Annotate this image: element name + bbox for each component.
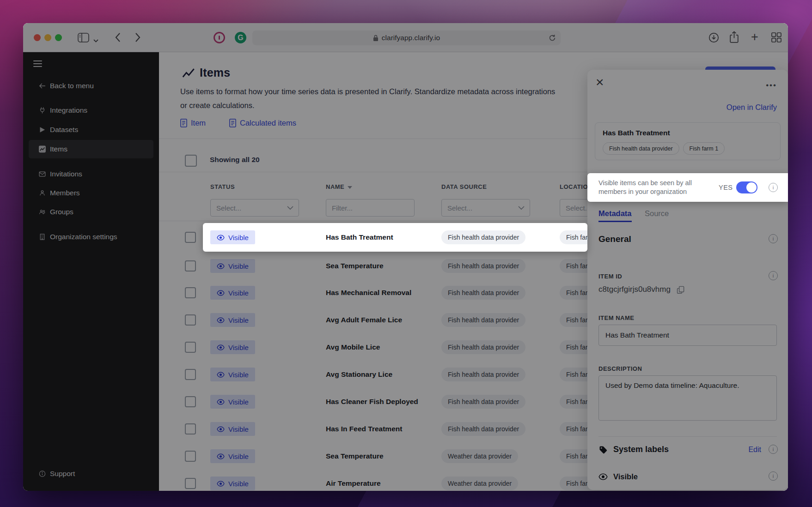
sidebar-item-members[interactable]: Members — [23, 184, 159, 202]
sidebar-item-invitations[interactable]: Invitations — [23, 165, 159, 183]
arrow-left-icon — [38, 82, 46, 90]
select-all-checkbox[interactable] — [185, 155, 197, 167]
address-bar[interactable]: clarifyapp.clarify.io — [252, 30, 561, 45]
row-checkbox[interactable] — [185, 287, 196, 298]
more-options-icon[interactable]: ••• — [766, 81, 777, 90]
info-icon[interactable]: i — [769, 271, 778, 280]
sidebar-item-support[interactable]: Support — [23, 465, 159, 483]
items-chart-header-icon — [182, 67, 195, 80]
info-icon[interactable]: i — [769, 183, 778, 192]
label-pill: Fish farm 1 — [683, 142, 725, 155]
back-icon[interactable] — [115, 32, 121, 44]
sidebar-item-datasets[interactable]: Datasets — [23, 121, 159, 139]
row-checkbox[interactable] — [185, 478, 196, 489]
row-checkbox[interactable] — [185, 369, 196, 380]
status-badge: Visible — [210, 230, 255, 244]
data-source-chip: Fish health data provider — [441, 230, 525, 244]
page-description-line1: Use items to format how your time series… — [180, 87, 555, 96]
item-title: Has Bath Treatment — [603, 129, 670, 137]
name-filter-input[interactable] — [326, 199, 415, 217]
row-checkbox[interactable] — [185, 314, 196, 326]
row-checkbox[interactable] — [185, 342, 196, 353]
item-id-value: c8tgcjrfgirjs0u8vhmg — [598, 285, 685, 294]
close-window-button[interactable] — [34, 34, 41, 41]
grammarly-extension-icon[interactable]: G — [235, 32, 246, 43]
sidebar-item-groups[interactable]: Groups — [23, 203, 159, 221]
data-source-chip: Fish health data provider — [441, 286, 525, 300]
invitations-icon — [38, 170, 46, 178]
browser-window: G clarifyapp.clarify.io + — [23, 23, 788, 491]
hamburger-menu-icon[interactable] — [33, 60, 42, 67]
row-checkbox[interactable] — [185, 396, 196, 407]
status-badge: Visible — [210, 395, 255, 409]
close-icon[interactable]: × — [596, 75, 604, 89]
table-row-highlighted[interactable]: Visible Has Bath Treatment Fish health d… — [203, 223, 587, 252]
item-name-label: ITEM NAME — [598, 314, 634, 321]
item-name: Has Mechanical Removal — [326, 289, 411, 297]
item-name: Sea Temperature — [326, 262, 384, 270]
sidebar-toggle-icon[interactable] — [78, 33, 89, 44]
sidebar: Back to menu Integrations Datasets — [23, 52, 159, 491]
row-checkbox[interactable] — [185, 260, 196, 272]
share-icon[interactable] — [729, 31, 739, 45]
open-in-clarify-link[interactable]: Open in Clarify — [727, 103, 777, 112]
status-badge: Visible — [210, 449, 255, 463]
row-checkbox[interactable] — [185, 232, 196, 243]
document-icon — [180, 119, 187, 127]
data-source-chip: Fish health data provider — [441, 422, 525, 436]
desktop-wallpaper: G clarifyapp.clarify.io + — [0, 0, 812, 507]
edit-system-labels-link[interactable]: Edit — [748, 446, 761, 454]
data-source-chip: Weather data provider — [441, 477, 518, 490]
location-chip: Fish farm 1 — [560, 230, 587, 244]
showing-count: Showing all 20 — [210, 156, 260, 164]
item-name-input[interactable] — [598, 325, 777, 346]
status-badge: Visible — [210, 286, 255, 300]
copy-icon[interactable] — [676, 285, 685, 294]
chevron-down-icon[interactable] — [93, 36, 98, 44]
new-tab-icon[interactable]: + — [751, 31, 758, 43]
column-header-name[interactable]: NAME — [326, 183, 352, 190]
row-checkbox[interactable] — [185, 423, 196, 435]
data-source-chip: Fish health data provider — [441, 340, 525, 354]
item-link[interactable]: Item — [180, 119, 206, 127]
data-source-filter-select[interactable]: Select... — [441, 199, 530, 217]
sidebar-item-items[interactable]: Items — [29, 140, 153, 158]
item-summary-card: Has Bath Treatment Fish health data prov… — [595, 122, 781, 160]
reload-icon[interactable] — [549, 34, 556, 43]
integrations-icon — [38, 107, 46, 115]
items-chart-icon — [38, 145, 46, 153]
tab-overview-icon[interactable] — [771, 32, 782, 45]
info-icon[interactable]: i — [769, 445, 778, 454]
toggle-state-label: YES — [719, 184, 733, 191]
back-to-menu-link[interactable]: Back to menu — [23, 77, 159, 95]
info-icon[interactable]: i — [769, 234, 778, 243]
label-pill: Fish health data provider — [603, 142, 679, 155]
tab-metadata[interactable]: Metadata — [598, 209, 632, 218]
description-label: DESCRIPTION — [598, 365, 642, 372]
row-checkbox[interactable] — [185, 451, 196, 462]
system-label-name: Visible — [613, 472, 638, 481]
status-filter-select[interactable]: Select... — [210, 199, 299, 217]
item-name: Avg Adult Female Lice — [326, 316, 402, 324]
organization-icon — [38, 233, 46, 241]
sidebar-item-organization-settings[interactable]: Organization settings — [23, 228, 159, 246]
members-icon — [38, 189, 46, 197]
forward-icon[interactable] — [135, 32, 141, 44]
sidebar-item-integrations[interactable]: Integrations — [23, 101, 159, 120]
downloads-icon[interactable] — [708, 32, 720, 45]
minimize-window-button[interactable] — [44, 34, 51, 41]
item-name: Has Bath Treatment — [326, 233, 393, 241]
onepassword-extension-icon[interactable] — [214, 32, 225, 43]
calculated-items-link[interactable]: Calculated items — [229, 119, 296, 127]
column-header-data-source[interactable]: DATA SOURCE — [441, 183, 487, 190]
data-source-chip: Weather data provider — [441, 449, 518, 463]
item-detail-panel: × ••• Open in Clarify Has Bath Treatment… — [587, 70, 788, 490]
visibility-toggle[interactable] — [736, 181, 757, 193]
zoom-window-button[interactable] — [55, 34, 62, 41]
status-badge: Visible — [210, 368, 255, 381]
description-textarea[interactable]: Used by Demo data timeline: Aquaculture. — [598, 375, 777, 421]
info-icon[interactable]: i — [769, 471, 778, 481]
page-description-line2: or create calculations. — [180, 101, 255, 110]
tab-source[interactable]: Source — [645, 209, 669, 218]
column-header-status[interactable]: STATUS — [210, 183, 235, 190]
